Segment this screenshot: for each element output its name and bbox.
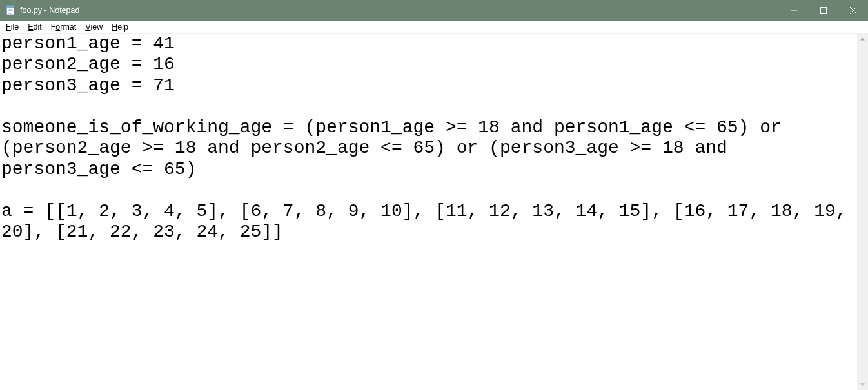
svg-rect-7 [821, 8, 827, 14]
window-controls [779, 0, 868, 21]
menubar: File Edit Format View Help [0, 21, 868, 34]
scroll-up-arrow-icon[interactable] [857, 34, 868, 44]
menu-file[interactable]: File [1, 22, 23, 32]
window-title: foo.py - Notepad [20, 6, 779, 15]
menu-view-rest: iew [90, 23, 103, 32]
vertical-scrollbar[interactable] [857, 34, 868, 390]
menu-edit-rest: dit [34, 23, 42, 32]
menu-view[interactable]: View [81, 22, 107, 32]
minimize-button[interactable] [779, 0, 809, 21]
menu-edit[interactable]: Edit [23, 22, 46, 32]
scroll-down-arrow-icon[interactable] [857, 379, 868, 390]
menu-help-rest: elp [117, 23, 128, 32]
menu-help[interactable]: Help [107, 22, 133, 32]
menu-file-rest: ile [11, 23, 19, 32]
close-button[interactable] [838, 0, 868, 21]
notepad-icon [5, 5, 15, 15]
svg-rect-1 [7, 6, 14, 8]
menu-format-rest: rmat [60, 23, 76, 32]
menu-format[interactable]: Format [46, 22, 81, 32]
titlebar: foo.py - Notepad [0, 0, 868, 21]
scroll-track[interactable] [857, 44, 868, 379]
editor-container: person1_age = 41 person2_age = 16 person… [0, 34, 868, 390]
maximize-button[interactable] [809, 0, 838, 21]
text-editor[interactable]: person1_age = 41 person2_age = 16 person… [0, 34, 857, 390]
